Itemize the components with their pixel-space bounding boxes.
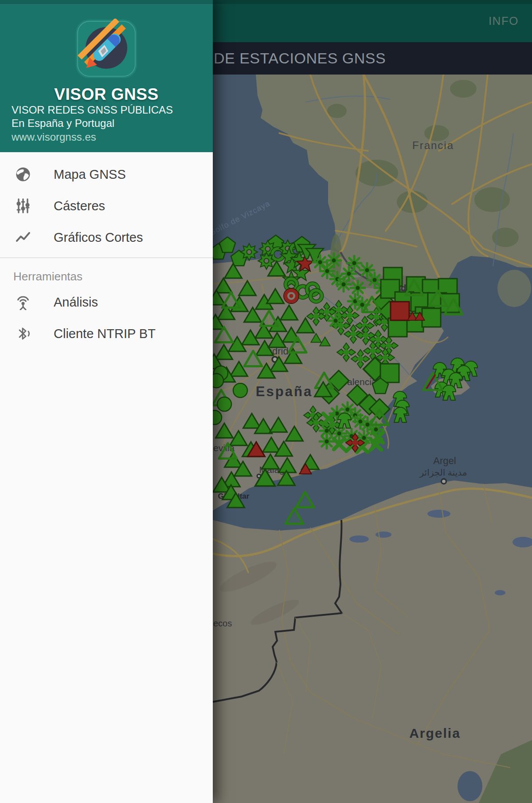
station-marker-sq[interactable] <box>422 308 441 327</box>
station-marker-cir[interactable] <box>213 374 223 388</box>
map-label: Francia <box>412 139 454 151</box>
station-marker-cir[interactable] <box>217 397 231 411</box>
map-label: Argel <box>433 455 456 466</box>
drawer-website-link[interactable]: www.visorgnss.es <box>12 131 96 143</box>
page-title: DE ESTACIONES GNSS <box>214 50 386 67</box>
station-marker-snow[interactable] <box>360 263 374 277</box>
drawer-header: VISOR GNSS VISOR REDES GNSS PÚBLICAS En … <box>0 0 213 152</box>
globe-icon <box>15 166 31 182</box>
equalizer-icon <box>15 198 31 214</box>
app-screen: INFO DE ESTACIONES GNSS <box>0 0 532 803</box>
station-marker-cir[interactable] <box>213 410 222 425</box>
menu-item-label: Mapa GNSS <box>54 167 126 181</box>
status-bar <box>0 0 532 4</box>
station-marker-snow[interactable] <box>351 281 365 295</box>
station-marker-snow[interactable] <box>313 255 327 269</box>
menu-item-mapa-gnss[interactable]: Mapa GNSS <box>0 158 213 190</box>
drawer-subtitle-2: En España y Portugal <box>12 117 114 130</box>
menu-item-label: Cásteres <box>54 198 105 213</box>
station-marker-snow[interactable] <box>320 434 334 449</box>
menu-item-casteres[interactable]: Cásteres <box>0 190 213 221</box>
map-canvas[interactable]: FranciaGolfo de VizcayaMadridEspañaValen… <box>213 75 532 803</box>
drawer-subtitle-1: VISOR REDES GNSS PÚBLICAS <box>12 104 173 116</box>
station-marker-sq[interactable] <box>391 302 409 320</box>
station-marker-gear[interactable] <box>258 252 275 269</box>
city-dot <box>442 479 446 484</box>
map-label: مدينة الجزائر <box>419 468 467 478</box>
map-label: ecos <box>213 618 232 628</box>
station-marker-snow[interactable] <box>320 264 334 278</box>
menu-item-label: Análisis <box>54 295 98 309</box>
line-chart-icon <box>15 229 31 245</box>
station-marker-donut[interactable] <box>284 288 299 303</box>
station-marker-gear[interactable] <box>241 244 258 260</box>
drawer-menu: Mapa GNSS Cásteres Gráficos Cort <box>0 152 213 349</box>
menu-section-herramientas: Herramientas <box>0 258 213 286</box>
app-logo-icon <box>75 19 138 79</box>
navigation-drawer: VISOR GNSS VISOR REDES GNSS PÚBLICAS En … <box>0 0 213 803</box>
menu-item-label: Gráficos Cortes <box>54 230 143 244</box>
antenna-icon <box>15 294 31 310</box>
menu-item-label: Cliente NTRIP BT <box>54 326 156 341</box>
station-marker-snow[interactable] <box>347 256 361 270</box>
map-label: España <box>256 384 313 399</box>
app-title: VISOR GNSS <box>0 85 213 104</box>
station-marker-cir[interactable] <box>233 383 247 398</box>
station-marker-snow[interactable] <box>327 253 341 268</box>
info-button[interactable]: INFO <box>489 14 519 28</box>
bluetooth-icon <box>15 326 31 342</box>
map-label: Argelia <box>409 726 461 740</box>
menu-item-cliente-ntrip-bt[interactable]: Cliente NTRIP BT <box>0 318 213 349</box>
menu-item-analisis[interactable]: Análisis <box>0 286 213 318</box>
station-marker-snow[interactable] <box>329 314 343 328</box>
menu-item-graficos-cortes[interactable]: Gráficos Cortes <box>0 221 213 253</box>
